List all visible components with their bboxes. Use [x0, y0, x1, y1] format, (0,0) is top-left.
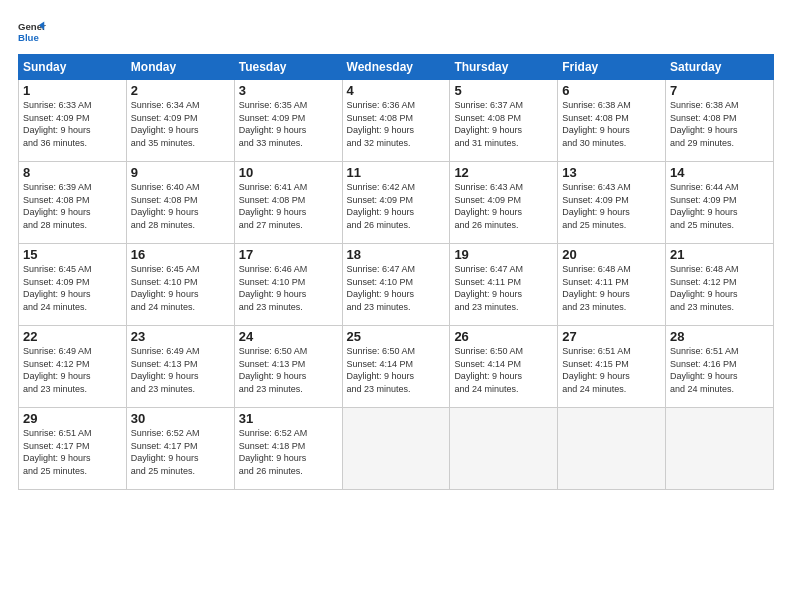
calendar-cell — [342, 408, 450, 490]
calendar-cell: 16Sunrise: 6:45 AMSunset: 4:10 PMDayligh… — [126, 244, 234, 326]
day-number: 31 — [239, 411, 338, 426]
day-number: 10 — [239, 165, 338, 180]
day-number: 30 — [131, 411, 230, 426]
week-row-3: 15Sunrise: 6:45 AMSunset: 4:09 PMDayligh… — [19, 244, 774, 326]
day-info: Sunrise: 6:50 AMSunset: 4:14 PMDaylight:… — [454, 345, 553, 395]
week-row-4: 22Sunrise: 6:49 AMSunset: 4:12 PMDayligh… — [19, 326, 774, 408]
day-info: Sunrise: 6:36 AMSunset: 4:08 PMDaylight:… — [347, 99, 446, 149]
day-number: 20 — [562, 247, 661, 262]
day-number: 29 — [23, 411, 122, 426]
day-info: Sunrise: 6:43 AMSunset: 4:09 PMDaylight:… — [562, 181, 661, 231]
weekday-header-thursday: Thursday — [450, 55, 558, 80]
day-number: 25 — [347, 329, 446, 344]
weekday-header-saturday: Saturday — [666, 55, 774, 80]
calendar-cell: 11Sunrise: 6:42 AMSunset: 4:09 PMDayligh… — [342, 162, 450, 244]
day-number: 15 — [23, 247, 122, 262]
calendar-cell — [450, 408, 558, 490]
day-number: 17 — [239, 247, 338, 262]
day-info: Sunrise: 6:43 AMSunset: 4:09 PMDaylight:… — [454, 181, 553, 231]
calendar-cell: 28Sunrise: 6:51 AMSunset: 4:16 PMDayligh… — [666, 326, 774, 408]
day-number: 23 — [131, 329, 230, 344]
page: General Blue SundayMondayTuesdayWednesda… — [0, 0, 792, 612]
weekday-header-tuesday: Tuesday — [234, 55, 342, 80]
calendar-cell: 22Sunrise: 6:49 AMSunset: 4:12 PMDayligh… — [19, 326, 127, 408]
day-info: Sunrise: 6:39 AMSunset: 4:08 PMDaylight:… — [23, 181, 122, 231]
day-info: Sunrise: 6:37 AMSunset: 4:08 PMDaylight:… — [454, 99, 553, 149]
day-number: 8 — [23, 165, 122, 180]
calendar-cell: 30Sunrise: 6:52 AMSunset: 4:17 PMDayligh… — [126, 408, 234, 490]
day-info: Sunrise: 6:45 AMSunset: 4:09 PMDaylight:… — [23, 263, 122, 313]
day-number: 19 — [454, 247, 553, 262]
weekday-header-monday: Monday — [126, 55, 234, 80]
calendar-cell: 7Sunrise: 6:38 AMSunset: 4:08 PMDaylight… — [666, 80, 774, 162]
day-info: Sunrise: 6:51 AMSunset: 4:17 PMDaylight:… — [23, 427, 122, 477]
day-number: 24 — [239, 329, 338, 344]
day-info: Sunrise: 6:44 AMSunset: 4:09 PMDaylight:… — [670, 181, 769, 231]
day-info: Sunrise: 6:51 AMSunset: 4:15 PMDaylight:… — [562, 345, 661, 395]
day-number: 16 — [131, 247, 230, 262]
calendar-cell: 9Sunrise: 6:40 AMSunset: 4:08 PMDaylight… — [126, 162, 234, 244]
day-info: Sunrise: 6:51 AMSunset: 4:16 PMDaylight:… — [670, 345, 769, 395]
day-info: Sunrise: 6:48 AMSunset: 4:12 PMDaylight:… — [670, 263, 769, 313]
weekday-header-row: SundayMondayTuesdayWednesdayThursdayFrid… — [19, 55, 774, 80]
day-info: Sunrise: 6:52 AMSunset: 4:18 PMDaylight:… — [239, 427, 338, 477]
day-number: 6 — [562, 83, 661, 98]
day-info: Sunrise: 6:35 AMSunset: 4:09 PMDaylight:… — [239, 99, 338, 149]
weekday-header-sunday: Sunday — [19, 55, 127, 80]
week-row-1: 1Sunrise: 6:33 AMSunset: 4:09 PMDaylight… — [19, 80, 774, 162]
calendar-cell: 13Sunrise: 6:43 AMSunset: 4:09 PMDayligh… — [558, 162, 666, 244]
calendar-cell: 5Sunrise: 6:37 AMSunset: 4:08 PMDaylight… — [450, 80, 558, 162]
weekday-header-friday: Friday — [558, 55, 666, 80]
day-number: 12 — [454, 165, 553, 180]
day-number: 26 — [454, 329, 553, 344]
calendar-cell: 12Sunrise: 6:43 AMSunset: 4:09 PMDayligh… — [450, 162, 558, 244]
day-number: 18 — [347, 247, 446, 262]
day-info: Sunrise: 6:52 AMSunset: 4:17 PMDaylight:… — [131, 427, 230, 477]
day-info: Sunrise: 6:40 AMSunset: 4:08 PMDaylight:… — [131, 181, 230, 231]
calendar-cell: 19Sunrise: 6:47 AMSunset: 4:11 PMDayligh… — [450, 244, 558, 326]
day-info: Sunrise: 6:49 AMSunset: 4:12 PMDaylight:… — [23, 345, 122, 395]
day-info: Sunrise: 6:50 AMSunset: 4:14 PMDaylight:… — [347, 345, 446, 395]
calendar-cell: 21Sunrise: 6:48 AMSunset: 4:12 PMDayligh… — [666, 244, 774, 326]
logo: General Blue — [18, 18, 46, 46]
week-row-5: 29Sunrise: 6:51 AMSunset: 4:17 PMDayligh… — [19, 408, 774, 490]
day-number: 27 — [562, 329, 661, 344]
day-info: Sunrise: 6:41 AMSunset: 4:08 PMDaylight:… — [239, 181, 338, 231]
day-info: Sunrise: 6:47 AMSunset: 4:11 PMDaylight:… — [454, 263, 553, 313]
calendar-cell: 15Sunrise: 6:45 AMSunset: 4:09 PMDayligh… — [19, 244, 127, 326]
calendar-cell: 6Sunrise: 6:38 AMSunset: 4:08 PMDaylight… — [558, 80, 666, 162]
calendar-cell: 2Sunrise: 6:34 AMSunset: 4:09 PMDaylight… — [126, 80, 234, 162]
calendar-cell: 10Sunrise: 6:41 AMSunset: 4:08 PMDayligh… — [234, 162, 342, 244]
day-number: 22 — [23, 329, 122, 344]
day-info: Sunrise: 6:33 AMSunset: 4:09 PMDaylight:… — [23, 99, 122, 149]
calendar-cell: 18Sunrise: 6:47 AMSunset: 4:10 PMDayligh… — [342, 244, 450, 326]
calendar-cell — [558, 408, 666, 490]
day-info: Sunrise: 6:38 AMSunset: 4:08 PMDaylight:… — [562, 99, 661, 149]
calendar-cell: 29Sunrise: 6:51 AMSunset: 4:17 PMDayligh… — [19, 408, 127, 490]
calendar-cell: 31Sunrise: 6:52 AMSunset: 4:18 PMDayligh… — [234, 408, 342, 490]
calendar-cell: 3Sunrise: 6:35 AMSunset: 4:09 PMDaylight… — [234, 80, 342, 162]
day-number: 1 — [23, 83, 122, 98]
day-info: Sunrise: 6:49 AMSunset: 4:13 PMDaylight:… — [131, 345, 230, 395]
day-number: 7 — [670, 83, 769, 98]
calendar-cell: 17Sunrise: 6:46 AMSunset: 4:10 PMDayligh… — [234, 244, 342, 326]
day-info: Sunrise: 6:42 AMSunset: 4:09 PMDaylight:… — [347, 181, 446, 231]
calendar-cell: 24Sunrise: 6:50 AMSunset: 4:13 PMDayligh… — [234, 326, 342, 408]
day-number: 21 — [670, 247, 769, 262]
calendar-cell: 26Sunrise: 6:50 AMSunset: 4:14 PMDayligh… — [450, 326, 558, 408]
calendar-cell: 1Sunrise: 6:33 AMSunset: 4:09 PMDaylight… — [19, 80, 127, 162]
calendar-table: SundayMondayTuesdayWednesdayThursdayFrid… — [18, 54, 774, 490]
calendar-cell: 4Sunrise: 6:36 AMSunset: 4:08 PMDaylight… — [342, 80, 450, 162]
day-number: 3 — [239, 83, 338, 98]
day-info: Sunrise: 6:48 AMSunset: 4:11 PMDaylight:… — [562, 263, 661, 313]
week-row-2: 8Sunrise: 6:39 AMSunset: 4:08 PMDaylight… — [19, 162, 774, 244]
day-number: 14 — [670, 165, 769, 180]
day-number: 13 — [562, 165, 661, 180]
svg-text:Blue: Blue — [18, 32, 39, 43]
day-info: Sunrise: 6:45 AMSunset: 4:10 PMDaylight:… — [131, 263, 230, 313]
calendar-cell: 27Sunrise: 6:51 AMSunset: 4:15 PMDayligh… — [558, 326, 666, 408]
calendar-cell: 25Sunrise: 6:50 AMSunset: 4:14 PMDayligh… — [342, 326, 450, 408]
day-info: Sunrise: 6:34 AMSunset: 4:09 PMDaylight:… — [131, 99, 230, 149]
day-number: 4 — [347, 83, 446, 98]
day-info: Sunrise: 6:46 AMSunset: 4:10 PMDaylight:… — [239, 263, 338, 313]
